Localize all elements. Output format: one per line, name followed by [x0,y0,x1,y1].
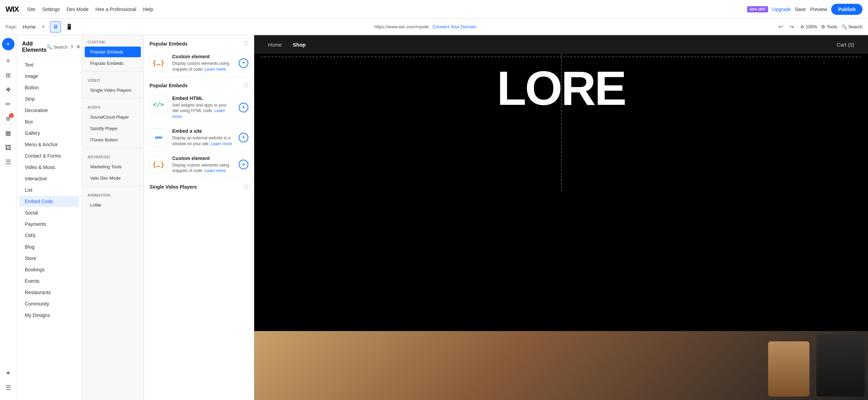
sub-item-itunes[interactable]: iTunes Button [85,134,141,145]
element-bookings[interactable]: Bookings [19,264,79,275]
sidebar-item-star[interactable]: ✦ [1,366,15,380]
section-title-1: Popular Embeds [149,41,187,47]
upgrade-button[interactable]: Upgrade [772,7,791,12]
connect-domain-link[interactable]: Connect Your Domain [433,24,476,29]
element-restaurants[interactable]: Restaurants [19,287,79,298]
sub-item-velo[interactable]: Velo Dev Mode [85,173,141,183]
sub-item-spotify[interactable]: Spotify Player [85,123,141,134]
add-embed-button-site[interactable]: + [239,133,248,142]
info-icon-1[interactable]: ⓘ [244,41,248,47]
add-embed-button-html[interactable]: + [239,103,248,112]
element-decorative[interactable]: Decorative [19,105,79,116]
element-strip[interactable]: Strip [19,93,79,104]
mobile-icon[interactable]: 📱 [64,21,75,32]
page-name[interactable]: Home [23,24,35,30]
sidebar-item-media[interactable]: ⊞ [1,68,15,82]
element-contact-forms[interactable]: Contact & Forms [19,150,79,161]
sub-item-marketing[interactable]: Marketing Tools [85,161,141,172]
sub-item-lottie[interactable]: Lottie [85,200,141,210]
plus-icon: + [6,41,10,48]
sub-item-single-video[interactable]: Single Video Players [85,85,141,96]
search-button-top[interactable]: 🔍 Search [841,24,862,29]
element-payments[interactable]: Payments [19,219,79,230]
icon-sidebar: + ≡ ⊞ ❖ ✏ ⊕ 1 ▦ 🖼 ☰ ✦ [0,35,17,400]
page-label: Page: [6,24,17,29]
panel-close-button[interactable]: ✕ [76,44,81,50]
sub-item-popular-embeds-2[interactable]: Popular Embeds [85,58,141,69]
element-button[interactable]: Button [19,82,79,93]
sub-item-popular-embeds-1[interactable]: Popular Embeds [85,47,141,57]
add-embed-button-1[interactable]: + [239,58,248,68]
embed-card-html[interactable]: </> Embed HTML Add widgets and apps to y… [144,91,254,124]
element-embed-code[interactable]: Embed Code [19,196,79,207]
nav-settings[interactable]: Settings [42,7,60,12]
site-nav-shop[interactable]: Shop [293,42,306,48]
element-interactive[interactable]: Interactive [19,173,79,184]
sub-section-video: VIDEO [82,73,144,84]
embed-title-site: Embed a site [172,128,234,134]
embed-desc-html: Add widgets and apps to your site using … [172,102,234,120]
custom-element-icon-1: {…} [149,54,167,72]
element-my-designs[interactable]: My Designs [19,310,79,321]
sidebar-item-wix-apps[interactable]: ⊕ 1 [1,112,15,126]
save-button[interactable]: Save [795,7,806,12]
tools-icon: ⚙ [821,24,825,29]
panel-search-button[interactable]: 🔍 Search [46,44,68,50]
element-list[interactable]: List [19,184,79,196]
nav-devmode[interactable]: Dev Mode [66,7,89,12]
element-cms[interactable]: CMS [19,230,79,241]
learn-more-link-site[interactable]: Learn more [211,141,232,146]
publish-button[interactable]: Publish [831,4,862,15]
nav-site[interactable]: Site [27,7,35,12]
embed-card-custom-element-2[interactable]: {…} Custom element Display custom elemen… [144,151,254,179]
layers-icon: ☰ [6,384,11,391]
topbar-right: 50% OFF Upgrade Save Preview Publish [747,4,862,15]
info-icon-2[interactable]: ⓘ [244,82,248,89]
tools-button[interactable]: ⚙ Tools [821,24,837,29]
element-gallery[interactable]: Gallery [19,128,79,139]
element-store[interactable]: Store [19,253,79,264]
topbar: WIX Site Settings Dev Mode Hire a Profes… [0,0,868,19]
sub-item-soundcloud[interactable]: SoundCloud Player [85,112,141,122]
preview-button[interactable]: Preview [810,7,827,12]
desktop-icon[interactable]: 🖥 [50,21,61,32]
sidebar-bottom: ✦ ☰ [1,366,15,397]
add-embed-button-custom-2[interactable]: + [239,160,248,169]
element-text[interactable]: Text [19,59,79,70]
url-text: https://www.wix.com/mysite [374,24,429,29]
page-chevron-icon[interactable]: ▾ [42,24,44,29]
site-nav-home[interactable]: Home [268,42,282,48]
sidebar-item-grid[interactable]: ▦ [1,126,15,140]
panel-help-button[interactable]: ? [70,44,73,50]
zoom-control[interactable]: ⊖ 100% [800,24,817,29]
element-box[interactable]: Box [19,116,79,127]
sidebar-item-image[interactable]: 🖼 [1,141,15,154]
element-image[interactable]: Image [19,71,79,82]
search-icon-top: 🔍 [841,24,847,29]
sidebar-item-blog[interactable]: ✏ [1,97,15,111]
learn-more-link-custom-2[interactable]: Learn more [205,168,226,173]
undo-button[interactable]: ↩ [776,22,785,32]
element-menu-anchor[interactable]: Menu & Anchor [19,139,79,150]
discount-badge: 50% OFF [747,6,768,12]
info-icon-3[interactable]: ⓘ [244,184,248,190]
nav-help[interactable]: Help [143,7,153,12]
embed-card-site[interactable]: www Embed a site Display an external web… [144,124,254,151]
add-elements-button[interactable]: + [2,38,14,50]
nav-hire[interactable]: Hire a Professional [95,7,136,12]
text-lines-icon: ≡ [6,57,10,64]
element-video-music[interactable]: Video & Music [19,162,79,173]
element-social[interactable]: Social [19,207,79,218]
embed-card-custom-element-1[interactable]: {…} Custom element Display custom elemen… [144,50,254,77]
sidebar-item-apps[interactable]: ❖ [1,83,15,97]
sidebar-item-layers[interactable]: ☰ [1,381,15,394]
learn-more-link-1[interactable]: Learn more [205,67,226,72]
element-community[interactable]: Community [19,298,79,309]
element-blog[interactable]: Blog [19,241,79,252]
secondbar-right: ↩ ↪ ⊖ 100% ⚙ Tools 🔍 Search [776,22,862,32]
sidebar-item-more[interactable]: ☰ [1,155,15,169]
redo-button[interactable]: ↪ [787,22,796,32]
sidebar-item-text[interactable]: ≡ [1,54,15,68]
element-events[interactable]: Events [19,276,79,287]
hero-text: LORE [254,57,868,112]
